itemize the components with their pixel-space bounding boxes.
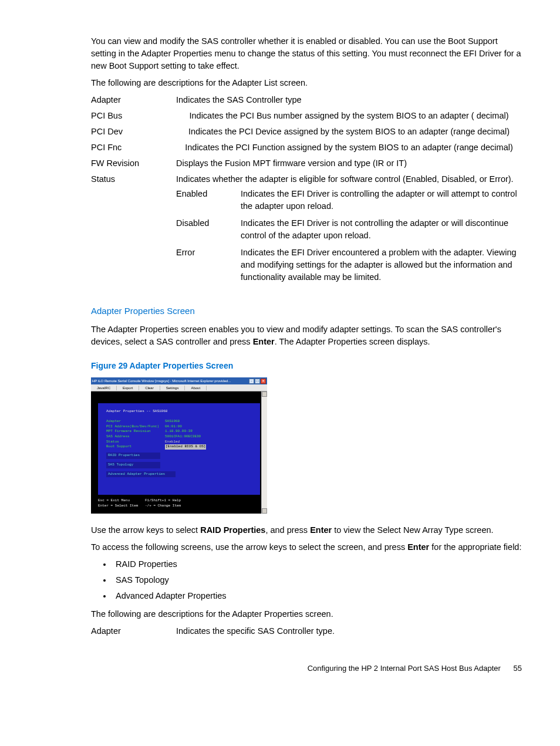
raid-properties-bold: RAID Properties bbox=[200, 525, 265, 535]
sub-term-disabled: Disabled bbox=[176, 215, 241, 244]
fig-tab: Clear bbox=[139, 386, 160, 391]
text-part: . The Adapter Properties screen displays… bbox=[275, 337, 430, 346]
fig-bios-panel: Adapter Properties -- SAS1068 AdapterSAS… bbox=[98, 403, 260, 495]
def-desc-status: Indicates whether the adapter is eligibl… bbox=[176, 173, 522, 289]
fig-help-text: -/+ = Change Item bbox=[145, 504, 181, 509]
def-term-fwrev: FW Revision bbox=[91, 157, 176, 173]
fig-key: PCI Address(Bus/Dev/Func) bbox=[106, 424, 165, 430]
def-desc-pcibus: Indicates the PCI Bus number assigned by… bbox=[176, 110, 522, 126]
figure-caption: Figure 29 Adapter Properties Screen bbox=[91, 360, 522, 372]
fig-val: Enabled bbox=[165, 440, 180, 445]
enter-key: Enter bbox=[407, 542, 429, 552]
fig-menu-raid: RAID Properties bbox=[106, 453, 160, 459]
def2-term-adapter: Adapter bbox=[91, 625, 176, 640]
list-item: Advanced Adapter Properties bbox=[112, 590, 522, 602]
close-icon: ✕ bbox=[261, 379, 266, 384]
fig-help-line2: Enter = Select Item -/+ = Change Item bbox=[98, 504, 260, 509]
list-item: SAS Topology bbox=[112, 574, 522, 586]
fig-key: Boot Support bbox=[106, 444, 165, 450]
text-part: Use the arrow keys to select bbox=[91, 525, 200, 535]
heading-adapter-properties: Adapter Properties Screen bbox=[91, 305, 522, 318]
def-desc-fwrev: Displays the Fusion MPT firmware version… bbox=[176, 157, 522, 173]
fig-menu-advanced: Advanced Adapter Properties bbox=[106, 471, 176, 478]
def-term-adapter: Adapter bbox=[91, 94, 176, 110]
fig-menu-topology: SAS Topology bbox=[106, 462, 160, 468]
screens-list: RAID Properties SAS Topology Advanced Ad… bbox=[112, 558, 522, 602]
maximize-icon: □ bbox=[255, 379, 260, 384]
sub-term-error: Error bbox=[176, 244, 241, 286]
text-part: To access the following screens, use the… bbox=[91, 542, 407, 552]
page-footer: Configuring the HP 2 Internal Port SAS H… bbox=[91, 663, 522, 674]
def-desc-adapter: Indicates the SAS Controller type bbox=[176, 94, 522, 110]
figure-screenshot: HP iLO Remote Serial Console Window [msg… bbox=[91, 377, 267, 513]
enter-key: Enter bbox=[253, 337, 275, 346]
fig-key: SAS Address bbox=[106, 434, 165, 440]
sub-desc-error: Indicates the EFI Driver encountered a p… bbox=[241, 244, 522, 286]
fig-window-title: HP iLO Remote Serial Console Window [msg… bbox=[92, 379, 231, 384]
post-fig-paragraph-1: Use the arrow keys to select RAID Proper… bbox=[91, 524, 522, 536]
adapter-list-definitions: Adapter Indicates the SAS Controller typ… bbox=[91, 94, 522, 289]
fig-toolbar: JavaIRC Export Clear Settings About bbox=[91, 384, 267, 391]
list-item: RAID Properties bbox=[112, 558, 522, 571]
post-fig-paragraph-2: To access the following screens, use the… bbox=[91, 541, 522, 553]
fig-panel-title: Adapter Properties -- SAS1068 bbox=[106, 409, 252, 414]
fig-key: Adapter bbox=[106, 419, 165, 424]
fig-val: 0A:01:00 bbox=[165, 424, 182, 430]
def2-desc-adapter: Indicates the specific SAS Controller ty… bbox=[176, 625, 522, 640]
text-part: , and press bbox=[265, 525, 310, 535]
def-term-pcibus: PCI Bus bbox=[91, 110, 176, 126]
status-intro: Indicates whether the adapter is eligibl… bbox=[176, 173, 522, 185]
fig-help-text: F1/Shift+1 = Help bbox=[145, 498, 181, 504]
footer-text: Configuring the HP 2 Internal Port SAS H… bbox=[308, 664, 501, 673]
def-term-pcifnc: PCI Fnc bbox=[91, 141, 176, 157]
fig-tab: About bbox=[185, 386, 207, 391]
adapter-props-definitions: Adapter Indicates the specific SAS Contr… bbox=[91, 625, 522, 640]
fig-help-text: Enter = Select Item bbox=[98, 504, 145, 509]
fig-tab: JavaIRC bbox=[91, 386, 117, 391]
def-term-pcidev: PCI Dev bbox=[91, 126, 176, 141]
def-desc-pcifnc: Indicates the PCI Function assigned by t… bbox=[176, 141, 522, 157]
text-part: for the appropriate field: bbox=[429, 542, 521, 552]
fig-help-line1: Esc = Exit Menu F1/Shift+1 = Help bbox=[98, 498, 260, 504]
enter-key: Enter bbox=[310, 525, 332, 535]
post-list-paragraph: The following are descriptions for the A… bbox=[91, 608, 522, 620]
sub-desc-disabled: Indicates the EFI Driver is not controll… bbox=[241, 215, 522, 244]
sub-desc-enabled: Indicates the EFI Driver is controlling … bbox=[241, 185, 522, 215]
fig-val: 1.18.90.00-IR bbox=[165, 429, 193, 434]
fig-val: 5001CFA1:00EC3E30 bbox=[165, 434, 201, 440]
fig-key: Status bbox=[106, 440, 165, 445]
def-desc-pcidev: Indicates the PCI Device assigned by the… bbox=[176, 126, 522, 141]
adapter-props-paragraph: The Adapter Properties screen enables yo… bbox=[91, 323, 522, 348]
fig-selected-val: [Enabled BIOS & OS] bbox=[165, 444, 206, 450]
fig-tab: Settings bbox=[160, 386, 185, 391]
fig-window-titlebar: HP iLO Remote Serial Console Window [msg… bbox=[91, 377, 267, 384]
fig-val: SAS1068 bbox=[165, 419, 180, 424]
fig-key: MPT Firmware Revision bbox=[106, 429, 165, 434]
fig-help-text: Esc = Exit Menu bbox=[98, 498, 145, 504]
fig-tab: Export bbox=[117, 386, 139, 391]
intro-paragraph-2: The following are descriptions for the A… bbox=[91, 77, 522, 89]
text-part: to view the Select New Array Type screen… bbox=[332, 525, 493, 535]
minimize-icon: ‐ bbox=[249, 379, 254, 384]
page-number: 55 bbox=[514, 664, 522, 673]
sub-term-enabled: Enabled bbox=[176, 185, 241, 215]
def-term-status: Status bbox=[91, 173, 176, 289]
intro-paragraph: You can view and modify the SAS controll… bbox=[91, 35, 522, 72]
